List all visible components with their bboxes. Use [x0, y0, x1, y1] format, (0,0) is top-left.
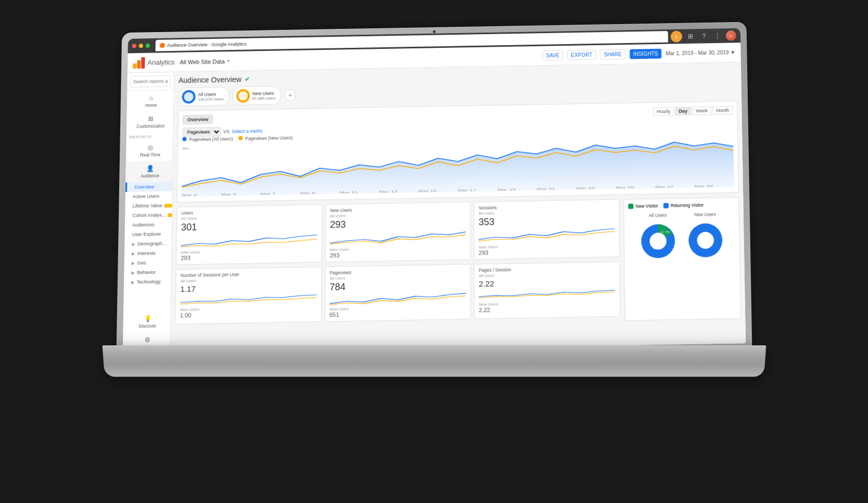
new-visitor-legend-box [628, 203, 633, 209]
sidebar-sub-lifetime-value[interactable]: Lifetime Value BETA [125, 200, 172, 211]
sidebar-sub-behavior[interactable]: ▶ Behavior [124, 267, 171, 278]
x-label-6: Mar 13 [379, 189, 397, 193]
stats-grid-bottom: Number of Sessions per User All Users 1.… [175, 261, 620, 324]
new-users-pct-label: 100% [700, 239, 709, 243]
ga-title: Analytics [147, 58, 174, 66]
new-users-ring [236, 89, 249, 102]
time-buttons: Hourly Day Week Month [653, 106, 733, 115]
sidebar-sub-demographics[interactable]: ▶ Demographics [124, 238, 172, 249]
returning-visitor-legend-box [663, 203, 668, 208]
all-users-pie-label: All Users [649, 212, 666, 218]
sidebar-realtime-label: Real-Time [140, 152, 160, 158]
x-label-14: Mar 29 [694, 184, 713, 188]
user-avatar[interactable]: U [726, 30, 736, 40]
new-users-pie-wrap: New Users 100% [684, 211, 727, 262]
ga-sidebar: ⌂ Home ⊞ Customization REPORTS ◎ [122, 72, 174, 354]
chrome-maximize-dot[interactable] [145, 43, 150, 47]
hourly-button[interactable]: Hourly [653, 107, 674, 116]
week-button[interactable]: Week [692, 106, 711, 115]
spu-sparkline [180, 292, 317, 306]
all-users-returning-pct: 88.3% [653, 246, 662, 249]
notification-badge[interactable]: 1 [671, 30, 682, 42]
sidebar-item-realtime[interactable]: ◎ Real-Time [126, 140, 172, 161]
select-metric-link[interactable]: Select a metric [232, 128, 263, 134]
property-dropdown-arrow: ▼ [226, 58, 230, 63]
x-label-1: Mar 3 [181, 193, 196, 197]
all-users-pie-wrap: All Users [636, 212, 679, 262]
stats-grid-top: Users All Users 301 New [175, 199, 619, 264]
legend-all-users: Pageviews (All Users) [182, 136, 233, 142]
admin-icon: ⚙ [143, 336, 151, 343]
x-label-8: Mar 17 [457, 188, 476, 192]
pie-legend: New Visitor Returning Visitor [628, 202, 734, 209]
day-button[interactable]: Day [675, 107, 691, 115]
stats-section: Users All Users 301 New [175, 199, 620, 329]
laptop-lid: Audience Overview - Google Analytics 1 ⊞… [116, 22, 752, 358]
sidebar-item-home[interactable]: ⌂ Home [127, 90, 173, 111]
pie-legend-returning: Returning Visitor [663, 202, 704, 208]
date-range[interactable]: Mar 1, 2019 - Mar 30, 2019 ▼ [665, 49, 735, 56]
reports-section-label: REPORTS [126, 132, 173, 140]
sidebar-sub-overview[interactable]: Overview [125, 181, 172, 192]
share-button[interactable]: SHARE [600, 49, 625, 59]
new-users-count: 67,365 Users [252, 95, 275, 100]
overview-tab[interactable]: Overview [182, 115, 213, 125]
pie-charts-section: New Visitor Returning Visitor [623, 197, 741, 321]
all-users-label: All Users [198, 91, 224, 97]
sidebar-sub-technology[interactable]: ▶ Technology [123, 276, 171, 287]
spu-value: 1.17 [180, 282, 317, 293]
new-users-info: New Users 67,365 Users [252, 90, 276, 100]
chrome-close-dot[interactable] [132, 44, 136, 48]
sidebar-item-customization[interactable]: ⊞ Customization [126, 111, 173, 132]
sidebar-item-discover[interactable]: 💡 Discover [123, 311, 170, 333]
all-users-ring [182, 90, 195, 104]
all-users-new-pct: 11.7% [660, 230, 670, 233]
chrome-minimize-dot[interactable] [139, 44, 143, 48]
search-input[interactable] [130, 75, 171, 87]
save-button[interactable]: SAVE [542, 50, 563, 60]
x-label-7: Mar 15 [418, 189, 436, 192]
home-icon: ⌂ [147, 94, 154, 101]
month-button[interactable]: Month [712, 106, 733, 115]
add-segment-button[interactable]: + [284, 89, 296, 100]
apps-icon[interactable]: ⊞ [685, 31, 695, 42]
new-users-stat-value: 293 [330, 217, 466, 230]
all-users-info: All Users 140,076 Users [198, 91, 224, 101]
x-label-5: Mar 11 [339, 190, 358, 194]
stat-card-users: Users All Users 301 New [175, 204, 322, 264]
discover-icon: 💡 [143, 314, 151, 322]
export-button[interactable]: EXPORT [567, 49, 596, 60]
help-icon[interactable]: ? [698, 30, 709, 41]
sidebar-item-audience[interactable]: 👤 Audience [126, 160, 173, 182]
x-label-12: Mar 25 [615, 186, 634, 189]
chrome-tab-title: Audience Overview - Google Analytics [166, 41, 246, 47]
sidebar-search-area [127, 72, 174, 91]
menu-icon[interactable]: ⋮ [712, 30, 723, 41]
x-label-4: Mar 9 [300, 191, 315, 194]
ga-logo [132, 57, 144, 68]
chrome-favicon [160, 43, 165, 48]
segment-all-users[interactable]: All Users 140,076 Users [178, 87, 229, 106]
sidebar-home-label: Home [145, 102, 157, 108]
verified-icon: ✔ [244, 75, 249, 83]
metric-select-dropdown[interactable]: Pageviews Sessions Users [182, 127, 221, 137]
sidebar-sub-geo[interactable]: ▶ Geo [124, 258, 171, 268]
sidebar-sub-audiences[interactable]: Audiences [124, 219, 171, 230]
insights-button[interactable]: INSIGHTS [629, 48, 661, 59]
sidebar-sub-user-explorer[interactable]: User Explorer [124, 229, 172, 239]
x-label-10: Mar 21 [537, 187, 555, 190]
ga-interface: Audience Overview - Google Analytics 1 ⊞… [122, 28, 745, 354]
sidebar-sub-cohort[interactable]: Cohort Analysis BETA [124, 210, 171, 220]
x-label-9: Mar 19 [497, 187, 516, 191]
ga-property-selector[interactable]: All Web Site Data ▼ [180, 58, 230, 65]
stat-card-sessions-per-user: Number of Sessions per User All Users 1.… [175, 266, 321, 324]
returning-visitor-legend-label: Returning Visitor [671, 202, 704, 208]
pps-sparkline [478, 286, 615, 301]
sidebar-sub-active-users[interactable]: Active Users [125, 191, 172, 201]
new-users-legend-dot [238, 136, 242, 140]
screen-content: Audience Overview - Google Analytics 1 ⊞… [122, 28, 745, 354]
ga-content: Audience Overview ✔ All Users [170, 62, 746, 353]
sidebar-sub-interests[interactable]: ▶ Interests [124, 248, 171, 259]
segment-new-users[interactable]: New Users 67,365 Users [232, 86, 281, 105]
new-users-sparkline [330, 229, 466, 247]
